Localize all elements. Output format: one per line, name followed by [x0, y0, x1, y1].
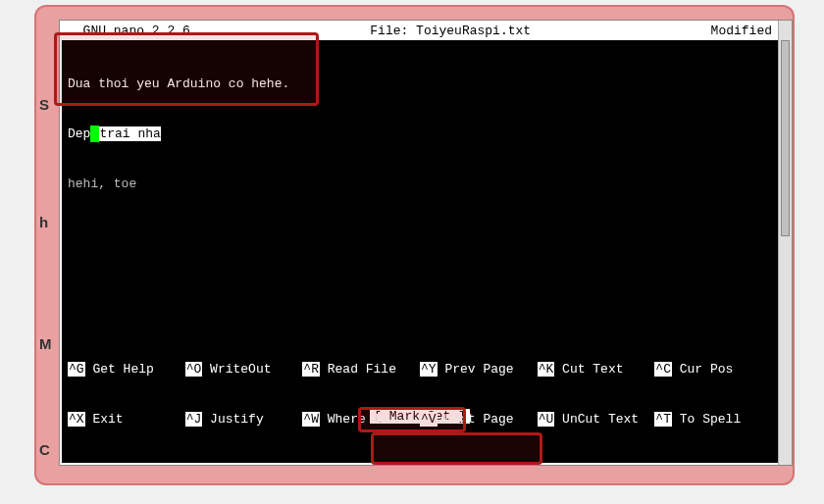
- editor-body[interactable]: Dua thoi yeu Arduino co hehe. Dep trai n…: [62, 40, 778, 226]
- shortcut-prev-page[interactable]: ^Y Prev Page: [420, 361, 538, 378]
- shortcut-row-2: ^X Exit ^J Justify ^W Where Is ^V Next P…: [68, 411, 772, 428]
- nano-title-bar: GNU nano 2.2.6 File: ToiyeuRaspi.txt Mod…: [62, 23, 778, 40]
- bg-letter-s: S: [39, 96, 49, 113]
- shortcut-label: Prev Page: [438, 362, 514, 377]
- key-label: ^R: [302, 362, 320, 377]
- file-name: File: ToiyeuRaspi.txt: [190, 23, 711, 40]
- shortcut-exit[interactable]: ^X Exit: [68, 411, 185, 428]
- shortcut-next-page[interactable]: ^V Next Page: [420, 411, 538, 428]
- key-label: ^Y: [420, 362, 438, 377]
- key-label: ^G: [68, 362, 85, 377]
- scrollbar-thumb[interactable]: [781, 40, 790, 236]
- text-line-3: hehi, toe: [68, 176, 772, 192]
- key-label: ^T: [654, 412, 672, 427]
- shortcut-label: To Spell: [672, 412, 741, 427]
- line2-selected: trai nha: [99, 126, 160, 141]
- shortcut-label: Next Page: [438, 412, 514, 427]
- modified-status: Modified: [711, 23, 772, 40]
- key-label: ^J: [185, 412, 203, 427]
- terminal-window: GNU nano 2.2.6 File: ToiyeuRaspi.txt Mod…: [59, 20, 793, 466]
- shortcut-cut-text[interactable]: ^K Cut Text: [538, 361, 655, 378]
- shortcut-read-file[interactable]: ^R Read File: [302, 361, 420, 378]
- line2-prefix: Dep: [68, 126, 90, 141]
- shortcut-label: Cur Pos: [672, 362, 733, 377]
- shortcut-label: Cut Text: [554, 362, 623, 377]
- shortcut-where-is[interactable]: ^W Where Is: [302, 411, 420, 428]
- app-name: GNU nano 2.2.6: [68, 23, 190, 40]
- bg-letter-c: C: [39, 441, 50, 458]
- key-label: ^V: [420, 412, 438, 427]
- shortcut-label: WriteOut: [202, 362, 271, 377]
- shortcut-bar: ^G Get Help ^O WriteOut ^R Read File ^Y …: [62, 328, 778, 463]
- shortcut-label: Where Is: [320, 412, 388, 427]
- shortcut-label: Read File: [320, 362, 396, 377]
- bg-letter-m: M: [39, 335, 52, 352]
- shortcut-label: Justify: [202, 412, 263, 427]
- shortcut-get-help[interactable]: ^G Get Help: [68, 361, 185, 378]
- terminal-content[interactable]: GNU nano 2.2.6 File: ToiyeuRaspi.txt Mod…: [62, 23, 778, 463]
- text-line-1: Dua thoi yeu Arduino co hehe.: [68, 76, 772, 92]
- key-label: ^K: [538, 362, 555, 377]
- key-label: ^C: [654, 362, 672, 377]
- shortcut-writeout[interactable]: ^O WriteOut: [185, 361, 303, 378]
- shortcut-label: Exit: [85, 412, 124, 427]
- shortcut-label: Get Help: [85, 362, 154, 377]
- text-line-2: Dep trai nha: [68, 126, 772, 142]
- key-label: ^W: [302, 412, 320, 427]
- shortcut-label: UnCut Text: [554, 412, 639, 427]
- key-label: ^U: [538, 412, 555, 427]
- bg-letter-h: h: [39, 214, 48, 230]
- key-label: ^X: [68, 412, 85, 427]
- key-label: ^O: [185, 362, 203, 377]
- shortcut-cur-pos[interactable]: ^C Cur Pos: [654, 361, 772, 378]
- scrollbar[interactable]: [778, 21, 792, 465]
- shortcut-row-1: ^G Get Help ^O WriteOut ^R Read File ^Y …: [68, 361, 772, 378]
- shortcut-justify[interactable]: ^J Justify: [185, 411, 303, 428]
- shortcut-uncut-text[interactable]: ^U UnCut Text: [538, 411, 655, 428]
- shortcut-to-spell[interactable]: ^T To Spell: [654, 411, 772, 428]
